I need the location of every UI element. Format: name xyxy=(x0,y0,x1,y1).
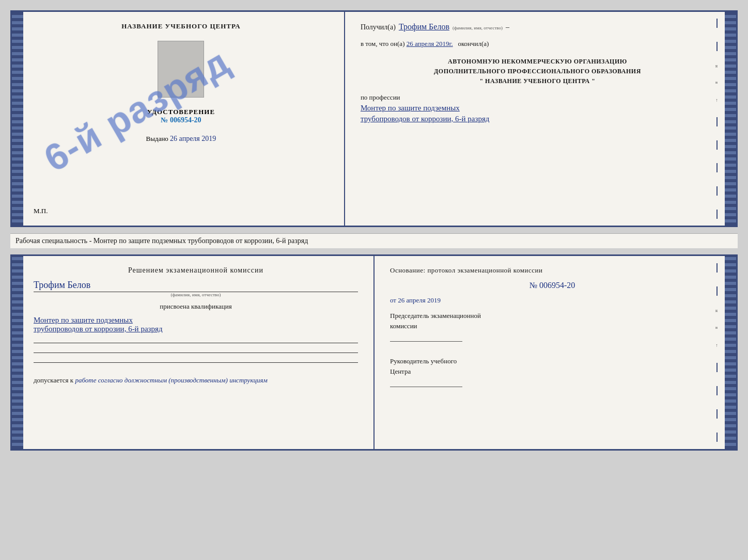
po-professii-line: по профессии Монтер по защите подземных … xyxy=(361,93,714,123)
dopusk-label: допускается к xyxy=(34,376,73,384)
left-strip-bottom xyxy=(12,256,23,449)
bottom-line-1 xyxy=(34,343,358,343)
cert-number: № 006954-20 xyxy=(147,116,215,124)
vydano-label: Выдано xyxy=(146,135,168,142)
cert-left-panel: НАЗВАНИЕ УЧЕБНОГО ЦЕНТРА 6-й разряд УДОС… xyxy=(23,12,345,226)
date-prefix: от xyxy=(390,296,396,304)
rukovod-signature-line xyxy=(390,387,462,387)
bottom-name-block: Трофим Белов (фамилия, имя, отчество) xyxy=(34,280,358,297)
bottom-date-line: от 26 апреля 2019 xyxy=(390,296,714,305)
cert-right-panel: Получил(а) Трофим Белов (фамилия, имя, о… xyxy=(345,12,725,226)
qual-line1: Монтер по защите подземных xyxy=(34,316,358,325)
okonchil-label: окончил(а) xyxy=(458,40,489,47)
fio-label-top: (фамилия, имя, отчество) xyxy=(453,25,503,30)
chairman-signature-line xyxy=(390,341,462,342)
org-name: " НАЗВАНИЕ УЧЕБНОГО ЦЕНТРА " xyxy=(361,76,714,86)
certificate-bottom: Решением экзаменационной комиссии Трофим… xyxy=(10,254,738,451)
chairman-line1: Председатель экзаменационной xyxy=(390,311,714,321)
rukovod-line2: Центра xyxy=(390,366,714,377)
page-wrapper: НАЗВАНИЕ УЧЕБНОГО ЦЕНТРА 6-й разряд УДОС… xyxy=(10,10,738,451)
qualification-block: Монтер по защите подземных трубопроводов… xyxy=(34,316,358,333)
bottom-fio-label: (фамилия, имя, отчество) xyxy=(34,292,358,297)
bottom-line-2 xyxy=(34,353,358,353)
cert-bottom-right: Основание: протокол экзаменационной коми… xyxy=(375,256,725,449)
qual-line2: трубопроводов от коррозии, 6-й разряд xyxy=(34,325,358,333)
dopusk-block: допускается к работе согласно должностны… xyxy=(34,376,358,385)
recipient-name: Трофим Белов xyxy=(399,22,449,31)
photo-placeholder xyxy=(158,41,204,98)
org-block: АВТОНОМНУЮ НЕКОММЕРЧЕСКУЮ ОРГАНИЗАЦИЮ ДО… xyxy=(361,57,714,87)
vydano-date: 26 апреля 2019 xyxy=(170,135,216,142)
cert-bottom-left: Решением экзаменационной комиссии Трофим… xyxy=(23,256,375,449)
bottom-name: Трофим Белов xyxy=(34,280,358,292)
right-strip-bottom xyxy=(725,256,736,449)
udostoverenie-block: УДОСТОВЕРЕНИЕ № 006954-20 xyxy=(147,108,215,124)
bottom-line-3 xyxy=(34,362,358,363)
profession-line2: трубопроводов от коррозии, 6-й разряд xyxy=(361,115,714,123)
rukovod-block: Руководитель учебного Центра xyxy=(390,356,714,387)
recipient-line: Получил(а) Трофим Белов (фамилия, имя, о… xyxy=(361,22,714,31)
osnov-label: Основание: протокол экзаменационной коми… xyxy=(390,266,714,275)
profession-line1: Монтер по защите подземных xyxy=(361,104,714,113)
po-professii-label: по профессии xyxy=(361,93,400,101)
vtom-line: в том, что он(а) 26 апреля 2019г. окончи… xyxy=(361,39,714,50)
mp-label: М.П. xyxy=(34,207,48,215)
right-strip-top xyxy=(725,12,736,226)
org-line2: ДОПОЛНИТЕЛЬНОГО ПРОФЕССИОНАЛЬНОГО ОБРАЗО… xyxy=(361,67,714,76)
specialty-label: Рабочая специальность - Монтер по защите… xyxy=(10,233,738,248)
top-cert-title: НАЗВАНИЕ УЧЕБНОГО ЦЕНТРА xyxy=(121,22,241,30)
chairman-line2: комиссии xyxy=(390,321,714,331)
vtom-date: 26 апреля 2019г. xyxy=(407,40,453,47)
org-line1: АВТОНОМНУЮ НЕКОММЕРЧЕСКУЮ ОРГАНИЗАЦИЮ xyxy=(361,57,714,67)
dopusk-text: работе согласно должностным (производств… xyxy=(75,376,267,384)
certificate-top: НАЗВАНИЕ УЧЕБНОГО ЦЕНТРА 6-й разряд УДОС… xyxy=(10,10,738,227)
left-strip xyxy=(12,12,23,226)
rukovod-line1: Руководитель учебного xyxy=(390,356,714,366)
poluchil-label: Получил(а) xyxy=(361,23,396,31)
udostoverenie-label: УДОСТОВЕРЕНИЕ xyxy=(147,108,215,116)
date-value: 26 апреля 2019 xyxy=(398,296,441,304)
prisvoena-label: присвоена квалификация xyxy=(34,302,358,311)
vtom-label: в том, что он(а) xyxy=(361,40,405,47)
chairman-block: Председатель экзаменационной комиссии xyxy=(390,311,714,342)
dash1: – xyxy=(506,23,509,31)
resheniem-title: Решением экзаменационной комиссии xyxy=(34,266,358,275)
vydano-block: Выдано 26 апреля 2019 xyxy=(146,135,216,143)
bottom-cert-number: № 006954-20 xyxy=(390,281,714,290)
